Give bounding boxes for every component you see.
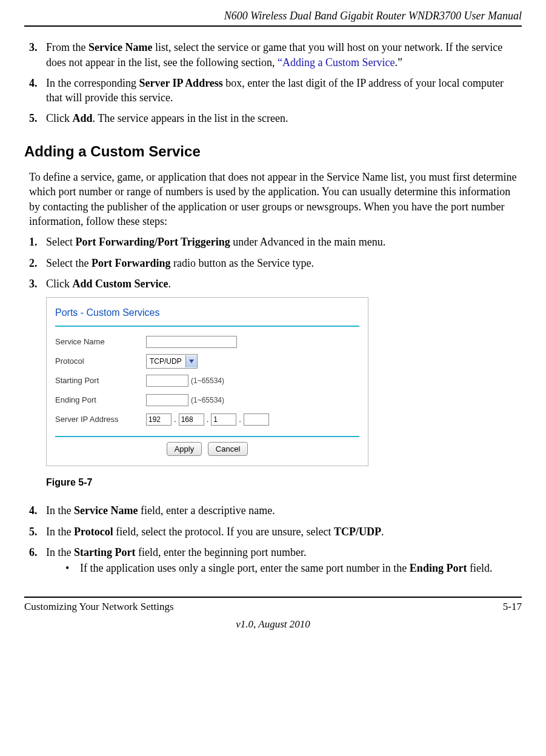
- protocol-select[interactable]: TCP/UDP: [146, 354, 198, 369]
- starting-port-input[interactable]: [146, 375, 188, 387]
- label-ending-port: Ending Port: [55, 395, 146, 406]
- service-name-input[interactable]: [146, 336, 237, 348]
- step-content: Select Port Forwarding/Port Triggering u…: [46, 235, 517, 249]
- range-hint: (1~65534): [191, 395, 224, 405]
- step-3: 3. From the Service Name list, select th…: [29, 40, 517, 70]
- step-content: In the corresponding Server IP Address b…: [46, 76, 517, 105]
- step-content: In the Starting Port field, enter the be…: [46, 545, 517, 580]
- panel-title: Ports - Custom Services: [47, 298, 368, 326]
- figure-caption: Figure 5-7: [46, 476, 522, 489]
- footer-section-title: Customizing Your Network Settings: [24, 600, 174, 614]
- footer-page-number: 5-17: [503, 600, 522, 614]
- step-list-continued: 3. From the Service Name list, select th…: [29, 40, 517, 125]
- row-ending-port: Ending Port (1~65534): [55, 392, 359, 408]
- bullet-item: • If the application uses only a single …: [65, 561, 517, 575]
- label-protocol: Protocol: [55, 356, 146, 367]
- section-heading-adding-custom-service: Adding a Custom Service: [24, 142, 522, 161]
- link-adding-custom-service[interactable]: “Adding a Custom Service: [278, 56, 395, 69]
- step-content: Click Add. The service appears in the li…: [46, 111, 517, 125]
- ip-octet-3-input[interactable]: [211, 413, 236, 426]
- step-number: 5.: [29, 524, 46, 539]
- protocol-select-value: TCP/UDP: [150, 356, 182, 366]
- step-content: In the Service Name field, enter a descr…: [46, 503, 517, 518]
- chevron-down-icon: [185, 355, 197, 367]
- step-content: From the Service Name list, select the s…: [46, 40, 517, 70]
- section-intro: To define a service, game, or applicatio…: [29, 170, 517, 229]
- step-5: 5. Click Add. The service appears in the…: [29, 111, 517, 125]
- step-content: Click Add Custom Service.: [46, 276, 517, 291]
- step-number: 4.: [29, 503, 46, 518]
- label-starting-port: Starting Port: [55, 375, 146, 386]
- svg-marker-0: [189, 360, 194, 363]
- row-starting-port: Starting Port (1~65534): [55, 373, 359, 389]
- ip-octet-4-input[interactable]: [244, 413, 269, 426]
- step-number: 6.: [29, 545, 46, 580]
- row-protocol: Protocol TCP/UDP: [55, 353, 359, 369]
- step-number: 3.: [29, 40, 46, 70]
- step-number: 5.: [29, 111, 46, 125]
- figure-ports-custom-services: Ports - Custom Services Service Name Pro…: [46, 297, 368, 466]
- bullet-content: If the application uses only a single po…: [80, 561, 492, 575]
- step-content: In the Protocol field, select the protoc…: [46, 524, 517, 539]
- step-4: 4. In the corresponding Server IP Addres…: [29, 76, 517, 105]
- step-b6: 6. In the Starting Port field, enter the…: [29, 545, 517, 580]
- row-service-name: Service Name: [55, 334, 359, 350]
- cancel-button[interactable]: Cancel: [208, 442, 248, 456]
- step-a2: 2. Select the Port Forwarding radio butt…: [29, 256, 517, 270]
- step-list-a: 1. Select Port Forwarding/Port Triggerin…: [29, 235, 517, 291]
- bullet-marker: •: [65, 561, 80, 575]
- range-hint: (1~65534): [191, 376, 224, 386]
- apply-button[interactable]: Apply: [167, 442, 202, 456]
- step-number: 4.: [29, 76, 46, 105]
- step-list-b: 4. In the Service Name field, enter a de…: [29, 503, 517, 579]
- label-server-ip: Server IP Address: [55, 414, 146, 425]
- page-header: N600 Wireless Dual Band Gigabit Router W…: [24, 8, 522, 27]
- label-service-name: Service Name: [55, 336, 146, 347]
- step-b4: 4. In the Service Name field, enter a de…: [29, 503, 517, 518]
- ip-octet-2-input[interactable]: [179, 413, 204, 426]
- sub-bullet-list: • If the application uses only a single …: [65, 561, 517, 575]
- page-footer: Customizing Your Network Settings 5-17 v…: [24, 597, 522, 632]
- ending-port-input[interactable]: [146, 394, 188, 406]
- step-number: 3.: [29, 276, 46, 291]
- footer-version: v1.0, August 2010: [24, 618, 522, 632]
- step-content: Select the Port Forwarding radio button …: [46, 256, 517, 270]
- step-a3: 3. Click Add Custom Service.: [29, 276, 517, 291]
- row-server-ip: Server IP Address . . .: [55, 412, 359, 427]
- step-b5: 5. In the Protocol field, select the pro…: [29, 524, 517, 539]
- step-a1: 1. Select Port Forwarding/Port Triggerin…: [29, 235, 517, 249]
- step-number: 1.: [29, 235, 46, 249]
- step-number: 2.: [29, 256, 46, 270]
- ip-octet-1-input[interactable]: [146, 413, 171, 426]
